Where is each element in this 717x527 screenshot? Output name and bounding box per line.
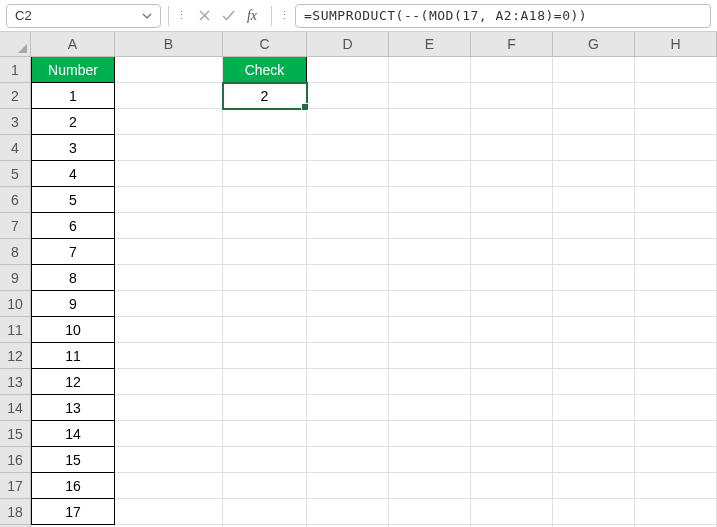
cell-H13[interactable] xyxy=(635,369,717,395)
cell-H5[interactable] xyxy=(635,161,717,187)
cell-E6[interactable] xyxy=(389,187,471,213)
name-box[interactable]: C2 xyxy=(6,4,161,28)
cell-G5[interactable] xyxy=(553,161,635,187)
cell-E14[interactable] xyxy=(389,395,471,421)
cell-H14[interactable] xyxy=(635,395,717,421)
cell-A9[interactable]: 8 xyxy=(31,265,115,291)
cell-G2[interactable] xyxy=(553,83,635,109)
cell-A10[interactable]: 9 xyxy=(31,291,115,317)
column-header-C[interactable]: C xyxy=(223,32,307,57)
cell-E13[interactable] xyxy=(389,369,471,395)
cell-H11[interactable] xyxy=(635,317,717,343)
row-header-8[interactable]: 8 xyxy=(0,239,31,265)
cell-D3[interactable] xyxy=(307,109,389,135)
cell-A7[interactable]: 6 xyxy=(31,213,115,239)
cell-D14[interactable] xyxy=(307,395,389,421)
cell-D8[interactable] xyxy=(307,239,389,265)
cell-H9[interactable] xyxy=(635,265,717,291)
column-header-G[interactable]: G xyxy=(553,32,635,57)
cell-E9[interactable] xyxy=(389,265,471,291)
cell-A11[interactable]: 10 xyxy=(31,317,115,343)
cell-D7[interactable] xyxy=(307,213,389,239)
cell-G14[interactable] xyxy=(553,395,635,421)
cell-F17[interactable] xyxy=(471,473,553,499)
cell-A4[interactable]: 3 xyxy=(31,135,115,161)
cell-D17[interactable] xyxy=(307,473,389,499)
row-header-13[interactable]: 13 xyxy=(0,369,31,395)
row-header-2[interactable]: 2 xyxy=(0,83,31,109)
cell-G16[interactable] xyxy=(553,447,635,473)
cell-C9[interactable] xyxy=(223,265,307,291)
cell-E8[interactable] xyxy=(389,239,471,265)
row-header-17[interactable]: 17 xyxy=(0,473,31,499)
row-header-14[interactable]: 14 xyxy=(0,395,31,421)
cell-B3[interactable] xyxy=(115,109,223,135)
cell-A18[interactable]: 17 xyxy=(31,499,115,525)
cell-D9[interactable] xyxy=(307,265,389,291)
cell-H7[interactable] xyxy=(635,213,717,239)
cell-D5[interactable] xyxy=(307,161,389,187)
cell-B7[interactable] xyxy=(115,213,223,239)
row-header-5[interactable]: 5 xyxy=(0,161,31,187)
cell-G7[interactable] xyxy=(553,213,635,239)
cell-F9[interactable] xyxy=(471,265,553,291)
cell-C8[interactable] xyxy=(223,239,307,265)
cell-H10[interactable] xyxy=(635,291,717,317)
cell-G17[interactable] xyxy=(553,473,635,499)
cell-D13[interactable] xyxy=(307,369,389,395)
cell-A15[interactable]: 14 xyxy=(31,421,115,447)
cell-C2[interactable]: 2 xyxy=(223,83,307,109)
cell-H1[interactable] xyxy=(635,57,717,83)
column-header-B[interactable]: B xyxy=(115,32,223,57)
column-header-E[interactable]: E xyxy=(389,32,471,57)
row-header-12[interactable]: 12 xyxy=(0,343,31,369)
formula-input[interactable]: =SUMPRODUCT(--(MOD(17, A2:A18)=0)) xyxy=(295,4,711,28)
cell-F1[interactable] xyxy=(471,57,553,83)
row-header-18[interactable]: 18 xyxy=(0,499,31,525)
cell-B15[interactable] xyxy=(115,421,223,447)
cell-F13[interactable] xyxy=(471,369,553,395)
cell-H16[interactable] xyxy=(635,447,717,473)
cell-E16[interactable] xyxy=(389,447,471,473)
cell-H8[interactable] xyxy=(635,239,717,265)
cell-B14[interactable] xyxy=(115,395,223,421)
cell-B8[interactable] xyxy=(115,239,223,265)
cell-C15[interactable] xyxy=(223,421,307,447)
cell-A16[interactable]: 15 xyxy=(31,447,115,473)
cell-B5[interactable] xyxy=(115,161,223,187)
cell-C3[interactable] xyxy=(223,109,307,135)
cell-G18[interactable] xyxy=(553,499,635,525)
cell-F12[interactable] xyxy=(471,343,553,369)
cell-B16[interactable] xyxy=(115,447,223,473)
cell-E18[interactable] xyxy=(389,499,471,525)
cell-area[interactable]: NumberCheck12234567891011121314151617 xyxy=(31,57,717,527)
cell-H4[interactable] xyxy=(635,135,717,161)
cell-E11[interactable] xyxy=(389,317,471,343)
row-header-4[interactable]: 4 xyxy=(0,135,31,161)
cell-B4[interactable] xyxy=(115,135,223,161)
cell-C13[interactable] xyxy=(223,369,307,395)
cell-F16[interactable] xyxy=(471,447,553,473)
cell-C7[interactable] xyxy=(223,213,307,239)
row-header-1[interactable]: 1 xyxy=(0,57,31,83)
row-header-7[interactable]: 7 xyxy=(0,213,31,239)
cell-B10[interactable] xyxy=(115,291,223,317)
cell-A13[interactable]: 12 xyxy=(31,369,115,395)
cell-A17[interactable]: 16 xyxy=(31,473,115,499)
cell-G3[interactable] xyxy=(553,109,635,135)
cell-E1[interactable] xyxy=(389,57,471,83)
cell-C1[interactable]: Check xyxy=(223,57,307,83)
cell-F11[interactable] xyxy=(471,317,553,343)
cell-A5[interactable]: 4 xyxy=(31,161,115,187)
cell-G15[interactable] xyxy=(553,421,635,447)
cell-F6[interactable] xyxy=(471,187,553,213)
drag-handle-icon[interactable]: ⋮ xyxy=(176,9,186,22)
cell-G12[interactable] xyxy=(553,343,635,369)
cell-E10[interactable] xyxy=(389,291,471,317)
cell-F4[interactable] xyxy=(471,135,553,161)
cell-F5[interactable] xyxy=(471,161,553,187)
cell-D1[interactable] xyxy=(307,57,389,83)
cell-D2[interactable] xyxy=(307,83,389,109)
row-header-9[interactable]: 9 xyxy=(0,265,31,291)
cancel-icon[interactable] xyxy=(196,8,212,24)
